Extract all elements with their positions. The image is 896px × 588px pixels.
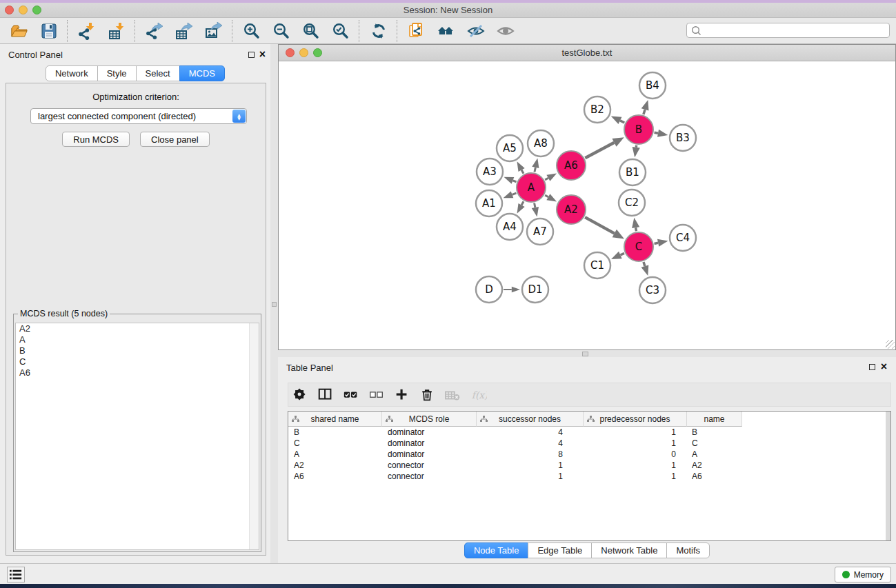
open-session-button[interactable] xyxy=(4,19,34,43)
tab-network[interactable]: Network xyxy=(46,65,98,81)
graph-edge-A6-B[interactable] xyxy=(585,143,614,158)
graph-node-C2[interactable]: C2 xyxy=(619,190,645,216)
table-panel-close-button[interactable]: × xyxy=(881,363,887,371)
zoom-selected-button[interactable] xyxy=(326,19,355,43)
task-history-button[interactable] xyxy=(7,567,25,582)
panel-splitter[interactable] xyxy=(270,44,278,563)
graph-node-A2[interactable]: A2 xyxy=(557,195,586,224)
graph-edge-A-A2[interactable] xyxy=(545,195,548,197)
graph-node-A[interactable]: A xyxy=(517,173,546,202)
column-header-successor-nodes[interactable]: successor nodes xyxy=(477,412,584,427)
search-field[interactable] xyxy=(686,23,890,38)
show-panels-button[interactable] xyxy=(490,19,520,43)
graph-edge-A-A1[interactable] xyxy=(512,193,516,194)
session-gallery-button[interactable] xyxy=(431,19,461,43)
graph-node-B1[interactable]: B1 xyxy=(619,159,646,185)
graph-node-C[interactable]: C xyxy=(624,232,653,261)
table-cell[interactable]: 1 xyxy=(584,460,687,471)
table-cell[interactable]: dominator xyxy=(382,449,477,460)
table-cell[interactable]: 1 xyxy=(584,438,687,449)
deselect-all-button[interactable] xyxy=(366,385,387,405)
graph-node-A8[interactable]: A8 xyxy=(528,130,554,156)
tab-edge-table[interactable]: Edge Table xyxy=(528,543,592,558)
table-cell[interactable]: 1 xyxy=(477,471,584,482)
graph-edge-A2-C[interactable] xyxy=(585,217,615,233)
graph-edge-A-A6[interactable] xyxy=(545,178,548,180)
graph-node-D1[interactable]: D1 xyxy=(522,276,548,303)
graph-edge-C-C1[interactable] xyxy=(620,253,624,255)
zoom-out-button[interactable] xyxy=(266,19,296,43)
horizontal-splitter-grip[interactable] xyxy=(582,352,588,356)
search-input[interactable] xyxy=(702,25,889,36)
graph-edge-B-B4[interactable] xyxy=(644,110,645,114)
table-row[interactable]: A6connector11A6 xyxy=(288,471,890,482)
table-cell[interactable]: B xyxy=(288,427,382,438)
graph-node-A7[interactable]: A7 xyxy=(527,219,553,245)
table-cell[interactable]: 0 xyxy=(584,449,687,460)
table-cell[interactable]: 4 xyxy=(477,427,584,438)
table-cell[interactable]: A xyxy=(288,449,382,460)
table-cell[interactable]: C xyxy=(687,438,742,449)
graph-node-D[interactable]: D xyxy=(476,276,502,303)
mcds-result-item[interactable]: B xyxy=(16,345,259,356)
tab-mcds[interactable]: MCDS xyxy=(179,65,225,81)
table-row[interactable]: Adominator80A xyxy=(288,449,890,460)
graph-edge-A-A3[interactable] xyxy=(512,181,516,182)
graph-edge-A-A7[interactable] xyxy=(535,203,535,207)
table-row[interactable]: Cdominator41C xyxy=(288,438,890,449)
table-cell[interactable]: dominator xyxy=(382,438,477,449)
graph-node-B2[interactable]: B2 xyxy=(584,97,610,123)
graph-node-B4[interactable]: B4 xyxy=(639,72,666,99)
graph-node-A6[interactable]: A6 xyxy=(557,151,586,180)
table-scrollbar[interactable] xyxy=(886,412,890,540)
select-all-button[interactable] xyxy=(341,385,361,405)
hide-panels-button[interactable] xyxy=(461,19,490,43)
export-image-button[interactable] xyxy=(199,19,228,43)
graph-edge-A-A8[interactable] xyxy=(535,168,535,172)
graph-edge-C-C4[interactable] xyxy=(655,243,659,243)
zoom-fit-button[interactable] xyxy=(296,19,326,43)
table-cell[interactable]: A6 xyxy=(687,471,742,482)
criterion-select[interactable]: largest connected component (directed) ▲… xyxy=(30,108,247,124)
mcds-result-item[interactable]: A6 xyxy=(16,367,259,378)
graph-edge-C-C2[interactable] xyxy=(636,227,637,231)
column-header-shared-name[interactable]: shared name xyxy=(288,412,382,427)
graph-edge-A-A5[interactable] xyxy=(521,170,524,173)
tab-style[interactable]: Style xyxy=(97,65,137,81)
mcds-result-item[interactable]: A xyxy=(16,334,259,345)
refresh-view-button[interactable] xyxy=(364,19,393,43)
table-row[interactable]: A2connector11A2 xyxy=(288,460,890,471)
table-cell[interactable]: 8 xyxy=(477,449,584,460)
graph-edge-B-B3[interactable] xyxy=(655,132,658,133)
mcds-result-item[interactable]: A2 xyxy=(16,323,259,334)
graph-node-C4[interactable]: C4 xyxy=(670,225,696,251)
table-cell[interactable]: 1 xyxy=(584,471,687,482)
graph-node-A3[interactable]: A3 xyxy=(477,159,503,185)
clone-network-button[interactable] xyxy=(401,19,431,43)
table-cell[interactable]: connector xyxy=(382,460,477,471)
save-session-button[interactable] xyxy=(34,19,63,43)
graph-edge-B-B2[interactable] xyxy=(620,121,624,123)
zoom-in-button[interactable] xyxy=(237,19,266,43)
close-panel-button[interactable]: Close panel xyxy=(140,132,210,147)
splitter-grip[interactable] xyxy=(272,302,277,307)
graph-edge-A-A4[interactable] xyxy=(521,201,524,205)
table-row[interactable]: Bdominator41B xyxy=(288,427,890,438)
table-cell[interactable]: 1 xyxy=(477,460,584,471)
table-cell[interactable]: B xyxy=(687,427,742,438)
table-cell[interactable]: dominator xyxy=(382,427,477,438)
export-network-button[interactable] xyxy=(139,19,169,43)
tab-select[interactable]: Select xyxy=(136,65,180,81)
resize-grip-icon[interactable] xyxy=(886,340,895,349)
table-cell[interactable]: C xyxy=(288,438,382,449)
graph-node-C3[interactable]: C3 xyxy=(639,277,666,303)
column-header-predecessor-nodes[interactable]: predecessor nodes xyxy=(584,412,687,427)
graph-node-A1[interactable]: A1 xyxy=(476,190,502,216)
table-cell[interactable]: 4 xyxy=(477,438,584,449)
table-cell[interactable]: A6 xyxy=(288,471,382,482)
tab-network-table[interactable]: Network Table xyxy=(591,543,667,558)
table-cell[interactable]: A2 xyxy=(288,460,382,471)
graph-node-C1[interactable]: C1 xyxy=(584,252,610,278)
table-cell[interactable]: A2 xyxy=(687,460,742,471)
add-entry-button[interactable] xyxy=(392,385,412,405)
